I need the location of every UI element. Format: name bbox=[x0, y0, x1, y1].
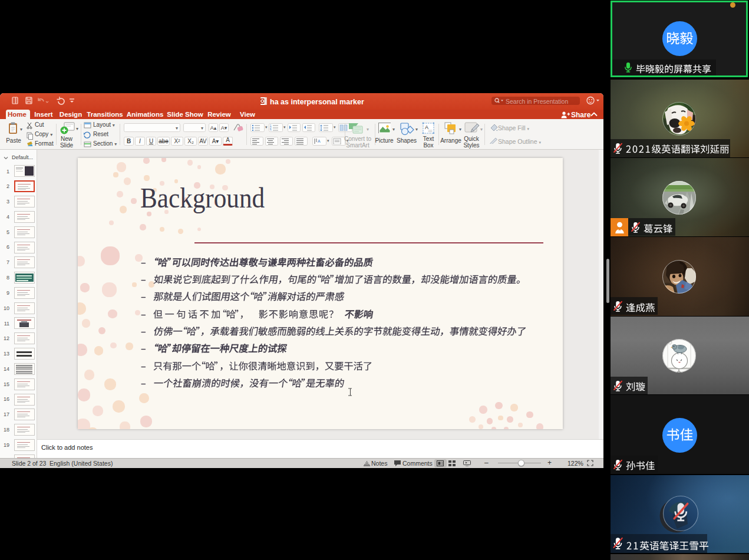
svg-text:A: A bbox=[318, 139, 321, 143]
svg-text:A: A bbox=[425, 124, 428, 130]
svg-text:3: 3 bbox=[270, 129, 272, 131]
